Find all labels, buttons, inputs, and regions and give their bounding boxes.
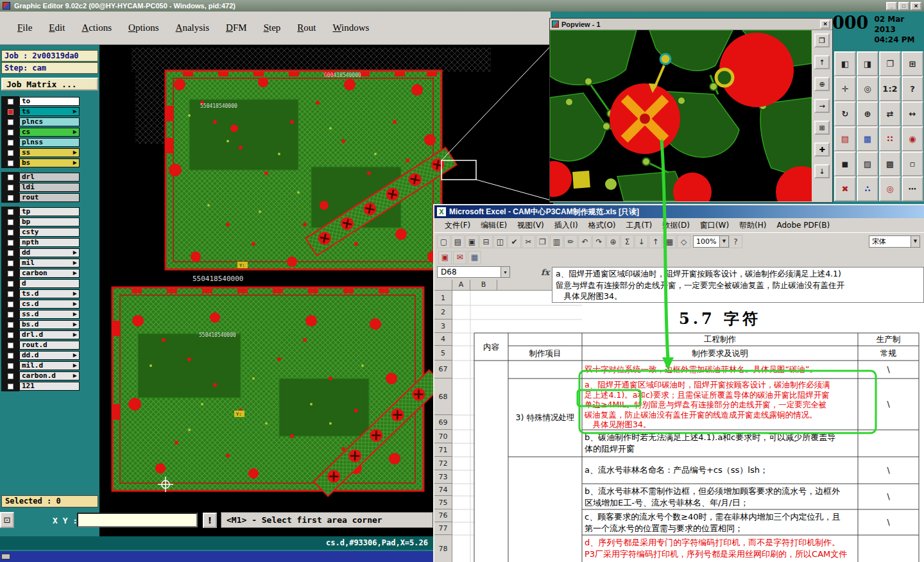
layer-name-box[interactable]: carbon.d ▶: [19, 371, 80, 380]
layer-visibility-checkbox[interactable]: [8, 343, 13, 348]
layer-name-box[interactable]: bs.d ▶: [19, 320, 80, 329]
layer-name-box[interactable]: npth: [19, 238, 80, 247]
cell-row78[interactable]: d、序列号都是采用专门的字符编码打印机，而不是字符打印机制作。 P3厂采用字符编…: [585, 537, 857, 562]
spelling-icon[interactable]: ✔: [508, 235, 521, 248]
column-header-b[interactable]: B: [470, 280, 497, 291]
excel-row-header[interactable]: 76: [434, 509, 452, 522]
layer-visibility-checkbox[interactable]: [8, 312, 13, 318]
grid-icon[interactable]: ▦: [857, 126, 878, 151]
excel-row-header[interactable]: 1: [434, 291, 452, 305]
layer-visibility-checkbox[interactable]: [8, 130, 13, 135]
excel-row-header[interactable]: 78: [434, 535, 452, 562]
layer-name-box[interactable]: plncs: [19, 117, 80, 126]
header-normal[interactable]: 常规: [858, 346, 919, 361]
slash-cell[interactable]: \: [858, 379, 919, 430]
maximize-button[interactable]: □: [898, 2, 909, 10]
layer-visibility-checkbox[interactable]: [8, 175, 13, 180]
layer-name-box[interactable]: cs.d ▶: [19, 300, 80, 309]
excel-row-header[interactable]: 3: [434, 319, 452, 333]
autosum-icon[interactable]: Σ: [620, 235, 634, 248]
select-all-corner[interactable]: [434, 280, 452, 291]
help-button[interactable]: ?: [902, 76, 923, 101]
Actions[interactable]: Actions: [73, 20, 120, 36]
font-dropdown-icon[interactable]: ▼: [911, 236, 920, 247]
zoom-in-icon[interactable]: ⊕: [814, 77, 830, 91]
help-icon[interactable]: ?: [729, 235, 742, 248]
cell-row72[interactable]: a、流水号菲林名命名：产品编号+cs（ss）lsh；: [585, 457, 857, 484]
cell-special-case[interactable]: 3) 特殊情况处理: [508, 379, 582, 457]
编辑(E)[interactable]: 编辑(E): [475, 218, 512, 233]
slash-cell[interactable]: \: [858, 484, 919, 509]
more-tools-icon[interactable]: ⋯: [902, 176, 923, 201]
layer-name-box[interactable]: ss ▶: [19, 148, 80, 157]
excel-row-header[interactable]: 72: [434, 457, 452, 470]
layer-visibility-checkbox[interactable]: [8, 119, 13, 125]
excel-row-header[interactable]: 74: [434, 484, 452, 496]
redo-icon[interactable]: ↷: [592, 235, 606, 248]
layer-name-box[interactable]: ss.d ▶: [19, 310, 80, 319]
zoom-dropdown-icon[interactable]: ▼: [719, 236, 728, 247]
layer-name-box[interactable]: drl.d ▶: [19, 330, 80, 339]
zoom-select[interactable]: 100% ▼: [693, 235, 729, 248]
font-select[interactable]: 宋体 ▼: [869, 235, 920, 248]
copy-icon[interactable]: ❐: [536, 235, 549, 248]
layer-name-box[interactable]: cs ▶: [19, 128, 80, 137]
cell-name-box[interactable]: D68 ▼: [437, 266, 510, 278]
layer-visibility-checkbox[interactable]: [8, 250, 13, 256]
窗口(W)[interactable]: 窗口(W): [695, 218, 734, 233]
layer-visibility-checkbox[interactable]: [8, 332, 13, 338]
layer-visibility-checkbox[interactable]: [8, 150, 13, 156]
highlight-pad-icon[interactable]: ◉: [902, 126, 923, 151]
layer-visibility-checkbox[interactable]: [8, 109, 13, 115]
pattern-mode-icon[interactable]: ▩: [879, 151, 901, 176]
layer-name-box[interactable]: carbon ▶: [19, 269, 80, 278]
layer-name-box[interactable]: bp: [19, 217, 80, 226]
layer-visibility-checkbox[interactable]: [8, 322, 13, 328]
points-tool-icon[interactable]: ∴: [857, 176, 878, 201]
excel-row-header[interactable]: 68: [434, 379, 452, 415]
split-view-icon[interactable]: ◨: [857, 51, 878, 76]
Adobe PDF(B)[interactable]: Adobe PDF(B): [771, 219, 835, 232]
layer-visibility-checkbox[interactable]: [8, 363, 13, 369]
header-item[interactable]: 制作项目: [508, 346, 582, 361]
layer-name-box[interactable]: mil.d ▶: [19, 361, 80, 370]
print-icon[interactable]: ⊟: [479, 235, 493, 248]
layer-visibility-checkbox[interactable]: [8, 271, 13, 277]
excel-row-header[interactable]: 77: [434, 522, 452, 535]
layer-name-box[interactable]: dd ▶: [19, 248, 80, 257]
DFM[interactable]: DFM: [218, 20, 255, 36]
save-icon[interactable]: ▣: [465, 235, 479, 248]
Windows[interactable]: Windows: [324, 20, 377, 36]
Analysis[interactable]: Analysis: [167, 20, 218, 36]
插入(I)[interactable]: 插入(I): [549, 218, 583, 233]
layer-name-box[interactable]: tp: [19, 207, 80, 216]
job-matrix-button[interactable]: Job Matrix ...: [1, 78, 98, 90]
pdf-email-icon[interactable]: ✉: [453, 251, 466, 264]
popview-close-button[interactable]: ✕: [820, 20, 830, 29]
fit-view-icon[interactable]: ◎: [857, 76, 878, 101]
layer-name-box[interactable]: drl: [19, 173, 80, 182]
copy-view-icon[interactable]: ❐: [879, 51, 901, 76]
数据(D)[interactable]: 数据(D): [657, 218, 695, 233]
excel-row-header[interactable]: 75: [434, 496, 452, 509]
minimize-button[interactable]: _: [886, 2, 897, 10]
outline-mode-icon[interactable]: ▫: [902, 151, 923, 176]
excel-row-header[interactable]: 69: [434, 415, 452, 430]
layer-visibility-checkbox[interactable]: [8, 140, 13, 146]
cell-row74[interactable]: b、流水号菲林不需制作边框，但必须增加顾客要求的流水号，边框外 区域增加E工-号…: [585, 486, 857, 509]
layer-visibility-checkbox[interactable]: [8, 353, 13, 359]
fx-icon[interactable]: fx: [541, 268, 549, 277]
layer-visibility-checkbox[interactable]: [8, 291, 13, 297]
step-right-icon[interactable]: →: [814, 99, 830, 113]
layer-name-box[interactable]: ts ▶: [19, 107, 80, 116]
hatch-mode-icon[interactable]: ▨: [857, 151, 878, 176]
layer-visibility-checkbox[interactable]: [8, 209, 13, 215]
layer-name-box[interactable]: csty: [19, 228, 80, 237]
文件(F)[interactable]: 文件(F): [440, 218, 475, 233]
slash-cell[interactable]: \: [858, 361, 919, 379]
header-production[interactable]: 生产制: [858, 333, 919, 346]
delete-tool-icon[interactable]: ✖: [834, 176, 856, 201]
视图(V)[interactable]: 视图(V): [512, 218, 549, 233]
layer-name-box[interactable]: mil ▶: [19, 259, 80, 268]
layer-visibility-checkbox[interactable]: [8, 302, 13, 307]
